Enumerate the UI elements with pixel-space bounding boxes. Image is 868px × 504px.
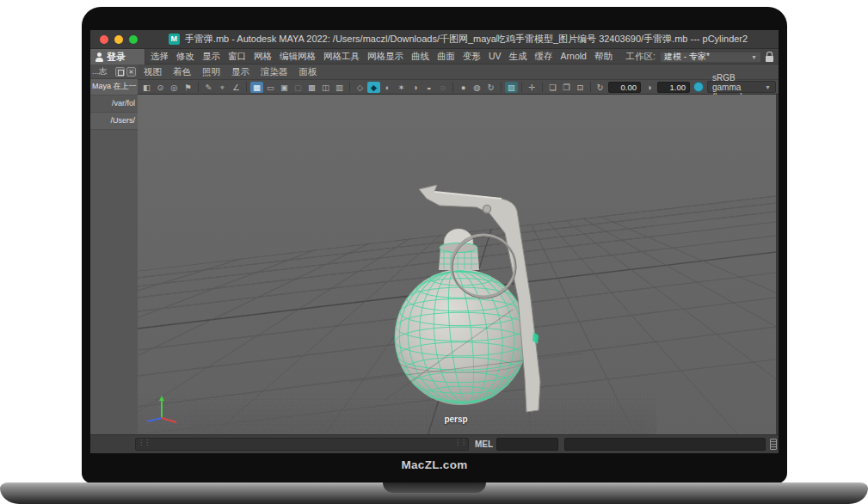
log-row-0[interactable]: Maya 在上一 — [90, 79, 138, 95]
bookmarks-icon[interactable]: ⚑ — [182, 82, 194, 93]
log-row-2[interactable]: /Users/ — [90, 113, 138, 130]
image-plane-icon[interactable]: ✎ — [202, 82, 215, 93]
command-input[interactable] — [496, 438, 558, 451]
script-editor-icon[interactable] — [770, 439, 777, 450]
close-icon[interactable]: ✕ — [126, 67, 136, 77]
menu-items: 选择修改显示窗口网格编辑网格网格工具网格显示曲线曲面变形UV生成缓存Arnold… — [151, 51, 613, 63]
menubar: 选择修改显示窗口网格编辑网格网格工具网格显示曲线曲面变形UV生成缓存Arnold… — [90, 49, 779, 65]
viewport-canvas[interactable]: persp — [138, 95, 779, 434]
menu-item-7[interactable]: 网格显示 — [367, 51, 403, 63]
panel-menu-item-4[interactable]: 渲染器 — [261, 66, 288, 78]
menu-item-13[interactable]: 缓存 — [535, 51, 553, 63]
menu-item-3[interactable]: 窗口 — [228, 51, 246, 63]
shaded-mode-icon[interactable]: ◆ — [367, 82, 380, 93]
toolbar-icons: ◧⊙◎⚑✎⌖∠▦▭▣▢▩◫▥◇◆◐✶◑◒◌●◍↻▨✛❏❐⊡ — [140, 82, 594, 93]
panel-menu-item-2[interactable]: 照明 — [202, 66, 220, 78]
2d-pan-zoom-icon[interactable]: ⌖ — [216, 82, 229, 93]
panel-menu-item-1[interactable]: 着色 — [173, 66, 191, 78]
mel-toggle[interactable]: MEL — [475, 439, 493, 449]
toolbar-separator — [501, 82, 502, 92]
lock-camera-icon[interactable]: ⊙ — [154, 82, 167, 93]
log-window-body: Maya 在上一/var/fol/Users/ — [90, 79, 138, 434]
zoom-window-button[interactable] — [129, 35, 138, 44]
log-window-header[interactable]: ...志 ✕ — [90, 65, 138, 79]
window-title: 手雷弹.mb - Autodesk MAYA 2022: /Users/macz… — [185, 33, 748, 46]
menu-item-14[interactable]: Arnold — [561, 51, 587, 63]
log-row-1[interactable]: /var/fol — [90, 95, 138, 113]
page: M 手雷弹.mb - Autodesk MAYA 2022: /Users/ma… — [0, 0, 868, 504]
camera-label: persp — [426, 415, 486, 424]
login-button[interactable]: 登录 — [90, 49, 145, 65]
toolbar-separator — [246, 82, 247, 92]
select-camera-icon[interactable]: ◧ — [140, 82, 153, 93]
shadows-icon[interactable]: ◑ — [409, 82, 422, 93]
titlebar: M 手雷弹.mb - Autodesk MAYA 2022: /Users/ma… — [90, 30, 779, 49]
textured-mode-icon[interactable]: ◐ — [381, 82, 394, 93]
menu-item-5[interactable]: 编辑网格 — [280, 51, 316, 63]
gate-mask-icon[interactable]: ▢ — [292, 82, 305, 93]
viewport-scene — [138, 95, 776, 434]
camera-attributes-icon[interactable]: ◎ — [168, 82, 181, 93]
command-bar: MEL — [90, 434, 779, 453]
panel-menu-item-5[interactable]: 面板 — [299, 66, 317, 78]
isolate-select-icon[interactable]: ✛ — [526, 82, 539, 93]
login-label: 登录 — [107, 51, 126, 64]
resolution-gate-icon[interactable]: ▣ — [278, 82, 291, 93]
exposure-field[interactable]: 0.00 — [608, 82, 641, 93]
toolbar-separator — [521, 82, 522, 92]
contrast-field[interactable]: 1.00 — [657, 82, 690, 93]
view-transform-dropdown[interactable]: sRGB gamma (legacy) ▼ — [707, 81, 776, 93]
workspace-dropdown[interactable]: 建模 - 专家* ▼ — [660, 52, 761, 63]
wireframe-on-shaded-icon[interactable]: ❏ — [546, 82, 559, 93]
menu-item-12[interactable]: 生成 — [509, 51, 527, 63]
screen-space-ao-icon[interactable]: ◒ — [422, 82, 435, 93]
crop-region-icon[interactable]: ⊡ — [574, 82, 587, 93]
safe-title-icon[interactable]: ▥ — [333, 82, 346, 93]
contrast-icon[interactable]: ◑ — [643, 82, 656, 93]
texture-borders-icon[interactable]: ❐ — [560, 82, 573, 93]
multisample-aa-icon[interactable]: ● — [457, 82, 470, 93]
menu-item-11[interactable]: UV — [489, 51, 502, 63]
menu-item-10[interactable]: 变形 — [463, 51, 481, 63]
chevron-down-icon: ▼ — [765, 84, 771, 90]
wireframe-mode-icon[interactable]: ◇ — [354, 82, 366, 93]
depth-of-field-icon[interactable]: ◍ — [471, 82, 483, 93]
gamma-icon[interactable] — [693, 82, 704, 92]
menu-item-15[interactable]: 帮助 — [594, 51, 613, 63]
panel-menu-item-3[interactable]: 显示 — [231, 66, 249, 78]
menu-item-6[interactable]: 网格工具 — [323, 51, 360, 63]
toolbar-separator — [590, 82, 591, 92]
menu-item-9[interactable]: 曲面 — [437, 51, 455, 63]
use-all-lights-icon[interactable]: ✶ — [395, 82, 408, 93]
film-gate-icon[interactable]: ▭ — [264, 82, 277, 93]
camera-orbit-icon[interactable]: ↻ — [484, 82, 497, 93]
grid-icon[interactable]: ▦ — [250, 82, 263, 93]
toolbar-separator — [349, 82, 350, 92]
timeline-strip[interactable] — [135, 438, 469, 451]
lock-workspace-icon[interactable] — [766, 56, 773, 62]
viewport-toolbar: ◧⊙◎⚑✎⌖∠▦▭▣▢▩◫▥◇◆◐✶◑◒◌●◍↻▨✛❏❐⊡ ↻ 0.00 ◑ 1… — [138, 80, 779, 95]
workspace-switcher: 工作区: 建模 - 专家* ▼ — [626, 49, 773, 65]
maya-icon: M — [169, 34, 180, 45]
menu-item-1[interactable]: 修改 — [176, 51, 194, 63]
command-output[interactable] — [564, 438, 766, 451]
motion-blur-icon[interactable]: ◌ — [436, 82, 449, 93]
workspace-value: 建模 - 专家* — [664, 51, 710, 63]
safe-action-icon[interactable]: ◫ — [319, 82, 332, 93]
close-window-button[interactable] — [100, 35, 108, 44]
snap-angle-icon[interactable]: ∠ — [230, 82, 243, 93]
xray-mode-icon[interactable]: ▨ — [505, 82, 518, 93]
field-chart-icon[interactable]: ▩ — [305, 82, 318, 93]
menu-item-0[interactable]: 选择 — [151, 51, 169, 63]
person-icon — [95, 52, 103, 62]
panel-menu-item-0[interactable]: 视图 — [144, 66, 162, 78]
minimize-window-button[interactable] — [114, 35, 123, 44]
workspace-label: 工作区: — [626, 51, 656, 63]
panel-menu-items: 视图着色照明显示渲染器面板 — [144, 66, 317, 78]
menu-item-2[interactable]: 显示 — [202, 51, 220, 63]
laptop-hinge-notch — [383, 482, 486, 493]
menu-item-8[interactable]: 曲线 — [411, 51, 429, 63]
restore-window-icon[interactable] — [115, 67, 125, 77]
exposure-icon[interactable]: ↻ — [594, 82, 606, 93]
menu-item-4[interactable]: 网格 — [254, 51, 272, 63]
